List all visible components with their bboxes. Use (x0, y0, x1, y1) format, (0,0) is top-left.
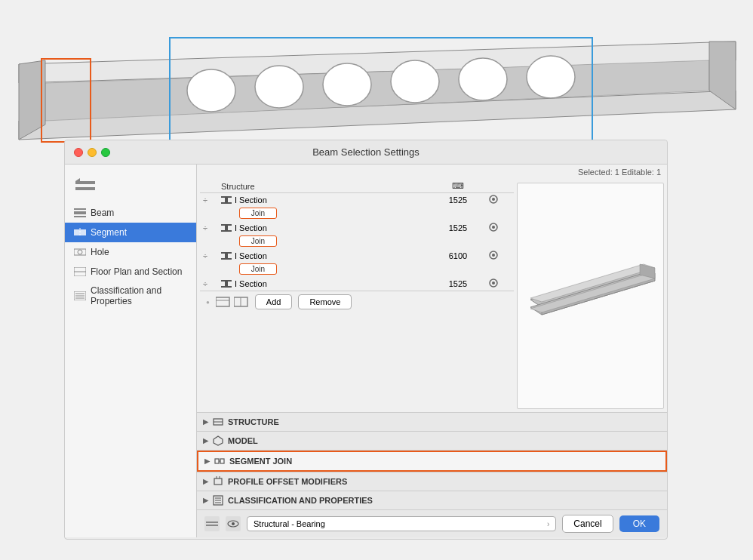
accordion-arrow: ▶ (203, 418, 208, 426)
floor-plan-icon (74, 266, 86, 278)
maximize-button[interactable] (101, 148, 110, 157)
col-keyboard: ⌨ (428, 181, 488, 191)
i-section-icon (221, 196, 232, 204)
window-chrome: Beam Selection Settings (65, 140, 667, 165)
sidebar-item-classification[interactable]: Classification and Properties (65, 282, 196, 310)
row-1-expand[interactable]: ÷ (203, 195, 221, 205)
row-2-data: ÷ I Section 1525 (200, 221, 514, 235)
row-3-expand[interactable]: ÷ (203, 251, 221, 260)
svg-rect-66 (215, 459, 219, 463)
svg-marker-19 (75, 178, 80, 181)
settings-icon-4 (488, 278, 499, 288)
svg-rect-38 (221, 224, 232, 226)
accordion-segment-join-label: SEGMENT JOIN (229, 457, 292, 466)
svg-rect-34 (225, 198, 228, 202)
row-1-type: I Section (221, 195, 428, 205)
svg-rect-40 (221, 230, 232, 232)
eye-icon (227, 518, 239, 529)
sidebar-segment-label: Segment (91, 227, 127, 238)
minimize-button[interactable] (88, 148, 97, 157)
accordion-structure-header[interactable]: ▶ STRUCTURE (197, 413, 667, 431)
cancel-button[interactable]: Cancel (562, 515, 613, 533)
row-2-value: 1525 (428, 223, 488, 232)
row-4-expand[interactable]: ÷ (203, 279, 221, 288)
table-section: Structure ⌨ ÷ I Section 1525 (197, 180, 517, 412)
accordion-profile-label: PROFILE OFFSET MODIFIERS (228, 477, 347, 486)
hole-icon (74, 246, 86, 258)
join-button-3[interactable]: Join (239, 263, 277, 275)
sidebar-hole-label: Hole (91, 247, 109, 257)
accordion-class-arrow: ▶ (203, 497, 208, 504)
close-button[interactable] (74, 148, 83, 157)
preview-pane (517, 183, 664, 409)
row-2-expand[interactable]: ÷ (203, 223, 221, 232)
row-1-value: 1525 (428, 195, 488, 205)
svg-point-79 (232, 522, 235, 525)
sidebar-floor-label: Floor Plan and Section (91, 266, 182, 277)
svg-rect-50 (221, 286, 232, 288)
settings-icon (488, 194, 499, 205)
sidebar-item-beam[interactable]: Beam (65, 203, 196, 223)
accordion-sj-arrow: ▶ (204, 457, 210, 465)
svg-rect-20 (74, 211, 86, 214)
model-section-icon (213, 435, 223, 446)
sidebar: Beam Segment Hole Floor Plan and Section (65, 165, 197, 537)
ok-button[interactable]: OK (619, 515, 659, 532)
footer-bar: Structural - Bearing › Cancel OK (197, 509, 667, 537)
svg-rect-45 (221, 258, 232, 260)
svg-rect-18 (75, 187, 95, 190)
svg-rect-21 (74, 208, 86, 210)
accordion-class-header[interactable]: ▶ CLASSIFICATION AND PROPERTIES (197, 491, 667, 509)
svg-rect-22 (74, 216, 86, 217)
footer-beam-icon (206, 518, 218, 529)
content-area: Structure ⌨ ÷ I Section 1525 (197, 180, 667, 412)
row-2-type: I Section (221, 223, 428, 232)
svg-point-47 (492, 254, 495, 257)
join-row-3: Join (200, 263, 514, 277)
row-icon-2[interactable] (234, 296, 249, 308)
svg-rect-33 (221, 196, 232, 198)
accordion-profile-header[interactable]: ▶ PROFILE OFFSET MODIFIERS (197, 472, 667, 491)
row-3-value: 6100 (428, 251, 488, 260)
sidebar-item-segment[interactable]: Segment (65, 223, 196, 242)
row-icon-1[interactable] (216, 296, 231, 308)
dialog-body: Beam Segment Hole Floor Plan and Section (65, 165, 667, 537)
classification-icon (74, 290, 86, 302)
traffic-lights (74, 148, 110, 157)
svg-rect-43 (221, 252, 232, 254)
dialog-window: Beam Selection Settings Beam (64, 140, 668, 540)
svg-rect-44 (225, 254, 228, 258)
table-row-2-container: ÷ I Section 1525 Join (200, 221, 514, 249)
i-section-icon-3 (221, 252, 232, 260)
remove-button[interactable]: Remove (298, 294, 352, 309)
table-row: ÷ I Section 1525 (200, 193, 514, 221)
row-2-icon (488, 222, 511, 234)
col-structure: Structure (221, 182, 428, 191)
svg-rect-67 (220, 459, 224, 463)
join-button-2[interactable]: Join (239, 235, 277, 247)
table-header: Structure ⌨ (200, 180, 514, 193)
accordion-model-header[interactable]: ▶ MODEL (197, 432, 667, 450)
sidebar-item-floor-plan[interactable]: Floor Plan and Section (65, 262, 196, 282)
join-row-2: Join (200, 235, 514, 249)
chevron-right-icon: › (547, 520, 549, 528)
window-title: Beam Selection Settings (312, 146, 420, 158)
sidebar-item-hole[interactable]: Hole (65, 242, 196, 262)
accordion-structure: ▶ STRUCTURE (197, 412, 667, 431)
join-row-1: Join (200, 207, 514, 221)
footer-eye-icon[interactable] (226, 516, 241, 531)
footer-icon (204, 516, 220, 531)
accordion-segment-join-header[interactable]: ▶ SEGMENT JOIN (197, 451, 667, 472)
app-logo-icon (74, 175, 97, 193)
join-button-1[interactable]: Join (239, 208, 277, 219)
accordion-segment-join: ▶ SEGMENT JOIN (197, 450, 667, 472)
row-control-icons (216, 296, 249, 308)
row-1-icon (488, 194, 511, 206)
row-4-icon (488, 278, 511, 290)
beam-icon (74, 207, 86, 219)
footer-dropdown[interactable]: Structural - Bearing › (247, 516, 556, 531)
classification-section-icon (213, 495, 223, 506)
accordion-profile-arrow: ▶ (203, 478, 208, 485)
svg-rect-17 (75, 181, 95, 184)
add-button[interactable]: Add (255, 294, 293, 309)
